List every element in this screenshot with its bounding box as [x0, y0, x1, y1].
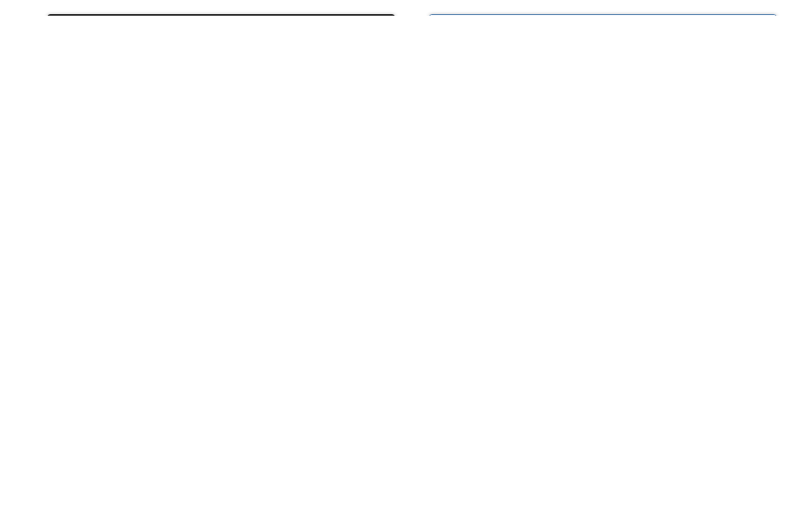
fig2-titlebar[interactable]: Panasonic IP Setting Software — ▢ ✕	[430, 15, 776, 16]
fig2-window: Panasonic IP Setting Software — ▢ ✕ Abou…	[429, 14, 777, 16]
fig1-titlebar[interactable]: Panasonic IP Setting Software — ▢ ✕	[48, 15, 394, 16]
fig1-window: Panasonic IP Setting Software — ▢ ✕ Abou…	[47, 14, 395, 16]
